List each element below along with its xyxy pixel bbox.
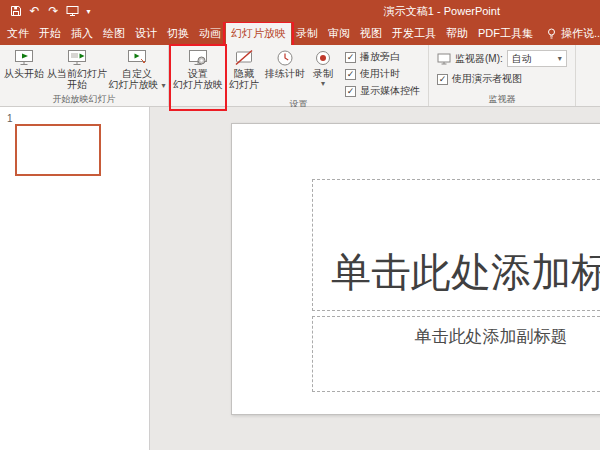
undo-icon[interactable]: ↶ — [25, 2, 44, 20]
custom-slideshow-label-line2: 幻灯片放映 ▾ — [109, 79, 166, 90]
group-label-start-slideshow: 开始放映幻灯片 — [0, 93, 168, 106]
tab-insert[interactable]: 插入 — [66, 22, 98, 45]
play-narrations-checkbox[interactable]: ✓ 播放旁白 — [345, 50, 420, 64]
monitor-label: 监视器(M): — [455, 52, 503, 66]
start-slideshow-icon[interactable] — [63, 2, 82, 20]
checkbox-icon: ✓ — [345, 69, 356, 80]
hide-slide-icon — [233, 48, 255, 68]
tab-draw[interactable]: 绘图 — [98, 22, 130, 45]
tab-developer[interactable]: 开发工具 — [387, 22, 441, 45]
tab-slideshow[interactable]: 幻灯片放映 — [226, 22, 291, 45]
tab-file[interactable]: 文件 — [2, 22, 34, 45]
slide-number: 1 — [7, 113, 13, 124]
setup-checkboxes: ✓ 播放旁白 ✓ 使用计时 ✓ 显示媒体控件 — [339, 46, 426, 98]
ribbon-tab-bar: 文件 开始 插入 绘图 设计 切换 动画 幻灯片放映 录制 审阅 视图 开发工具… — [0, 22, 600, 45]
save-icon[interactable] — [6, 2, 25, 20]
from-beginning-button[interactable]: 从头开始 — [2, 46, 46, 93]
setup-slideshow-icon — [187, 48, 209, 68]
group-start-slideshow-body: 从头开始 从当前幻灯片 开始 — [0, 45, 168, 93]
presenter-view-label: 使用演示者视图 — [452, 72, 522, 86]
group-label-monitors: 监视器 — [429, 93, 575, 106]
powerpoint-window: ↶ ↷ ▾ 演示文稿1 - PowerPoint 文件 开始 插入 绘图 设计 … — [0, 0, 600, 450]
tab-transitions[interactable]: 切换 — [162, 22, 194, 45]
custom-slideshow-button[interactable]: 自定义 幻灯片放映 ▾ — [108, 46, 166, 93]
clock-icon — [275, 48, 295, 68]
record-label: 录制 — [313, 68, 333, 79]
tellme-label: 操作说... — [561, 26, 600, 41]
setup-slideshow-button[interactable]: 设置 幻灯片放映 — [171, 46, 225, 98]
redo-icon[interactable]: ↷ — [44, 2, 63, 20]
tab-home[interactable]: 开始 — [34, 22, 66, 45]
use-timings-checkbox[interactable]: ✓ 使用计时 — [345, 67, 420, 81]
tab-help[interactable]: 帮助 — [441, 22, 473, 45]
presenter-view-checkbox[interactable]: ✓ 使用演示者视图 — [437, 72, 567, 86]
title-placeholder-text: 单击此处添加标题 — [331, 245, 600, 300]
group-monitors: 监视器(M): 自动 ▾ ✓ 使用演示者视图 监视器 — [429, 45, 576, 106]
monitor-select-value: 自动 — [512, 52, 532, 66]
monitor-select[interactable]: 自动 ▾ — [507, 50, 567, 67]
tab-animations[interactable]: 动画 — [194, 22, 226, 45]
qat-dropdown-icon[interactable]: ▾ — [82, 2, 95, 20]
use-timings-label: 使用计时 — [360, 67, 400, 81]
tab-pdf-tools[interactable]: PDF工具集 — [473, 22, 538, 45]
main-area: 1 单击此处添加标题 单击此处添加副标题 — [0, 107, 600, 450]
group-start-slideshow: 从头开始 从当前幻灯片 开始 — [0, 45, 169, 106]
setup-slideshow-label-line2: 幻灯片放映 — [173, 79, 223, 90]
custom-slideshow-icon — [126, 48, 148, 68]
show-media-controls-checkbox[interactable]: ✓ 显示媒体控件 — [345, 84, 420, 98]
slide-1-thumbnail[interactable] — [15, 124, 101, 176]
setup-slideshow-label-line1: 设置 — [188, 68, 208, 79]
hide-slide-button[interactable]: 隐藏 幻灯片 — [225, 46, 263, 98]
tab-record[interactable]: 录制 — [291, 22, 323, 45]
slide-thumbnail-panel: 1 — [0, 107, 150, 450]
tab-slideshow-label: 幻灯片放映 — [231, 26, 286, 41]
play-from-beginning-icon — [13, 48, 35, 68]
subtitle-placeholder[interactable]: 单击此处添加副标题 — [312, 316, 600, 392]
rehearse-timings-label: 排练计时 — [265, 68, 305, 79]
checkbox-icon: ✓ — [437, 74, 448, 85]
monitor-icon — [437, 53, 451, 65]
record-button[interactable]: 录制 ▾ — [307, 46, 339, 98]
ribbon-filler — [576, 45, 600, 106]
tab-design[interactable]: 设计 — [130, 22, 162, 45]
group-monitors-body: 监视器(M): 自动 ▾ ✓ 使用演示者视图 — [429, 45, 575, 93]
title-placeholder[interactable]: 单击此处添加标题 — [312, 179, 600, 311]
rehearse-timings-button[interactable]: 排练计时 — [263, 46, 307, 98]
show-media-controls-label: 显示媒体控件 — [360, 84, 420, 98]
ribbon: 从头开始 从当前幻灯片 开始 — [0, 45, 600, 107]
from-current-label-line2: 开始 — [67, 79, 87, 90]
from-beginning-label: 从头开始 — [4, 68, 44, 79]
checkbox-icon: ✓ — [345, 86, 356, 97]
combo-caret-icon: ▾ — [558, 54, 562, 63]
tellme-icon — [546, 28, 557, 40]
monitor-row: 监视器(M): 自动 ▾ — [437, 50, 567, 67]
group-setup: 设置 幻灯片放映 隐藏 幻灯片 — [169, 45, 429, 106]
record-icon — [313, 48, 333, 68]
checkbox-icon: ✓ — [345, 52, 356, 63]
hide-slide-label-line1: 隐藏 — [234, 68, 254, 79]
record-dropdown-caret-icon: ▾ — [321, 79, 325, 88]
tab-view[interactable]: 视图 — [355, 22, 387, 45]
from-current-slide-button[interactable]: 从当前幻灯片 开始 — [46, 46, 108, 93]
custom-slideshow-label-line1: 自定义 — [122, 68, 152, 79]
slide-editing-surface[interactable]: 单击此处添加标题 单击此处添加副标题 — [231, 123, 600, 415]
window-title: 演示文稿1 - PowerPoint — [384, 4, 500, 19]
tab-review[interactable]: 审阅 — [323, 22, 355, 45]
subtitle-placeholder-text: 单击此处添加副标题 — [415, 325, 568, 348]
editing-canvas: 单击此处添加标题 单击此处添加副标题 — [150, 107, 600, 450]
play-narrations-label: 播放旁白 — [360, 50, 400, 64]
dropdown-caret-icon: ▾ — [161, 81, 165, 90]
play-from-current-icon — [66, 48, 88, 68]
group-setup-body: 设置 幻灯片放映 隐藏 幻灯片 — [169, 45, 428, 98]
from-current-label-line1: 从当前幻灯片 — [47, 68, 107, 79]
titlebar: ↶ ↷ ▾ 演示文稿1 - PowerPoint — [0, 0, 600, 22]
hide-slide-label-line2: 幻灯片 — [229, 79, 259, 90]
tellme-box[interactable]: 操作说... — [542, 22, 600, 45]
